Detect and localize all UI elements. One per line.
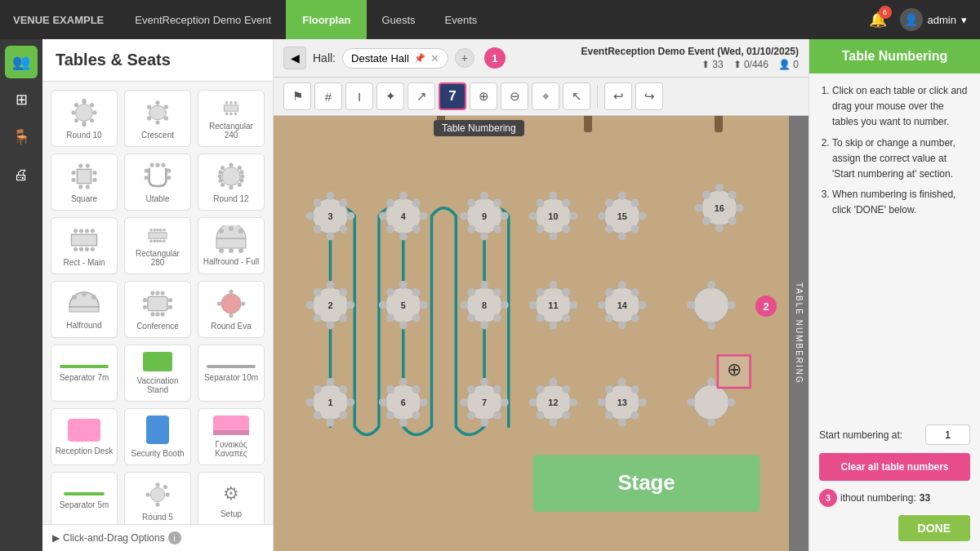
hall-back-btn[interactable]: ◀ <box>283 47 306 69</box>
svg-point-250 <box>549 419 557 427</box>
table-item-rect240[interactable]: Rectangular 240 <box>198 90 265 147</box>
toolbar-btn-numbering[interactable]: 7 <box>439 82 466 110</box>
sidebar-btn-print[interactable]: 🖨 <box>5 158 38 191</box>
svg-point-166 <box>728 217 737 225</box>
svg-point-92 <box>143 298 147 302</box>
nav-tab-events[interactable]: Events <box>430 0 492 39</box>
table-item-reception[interactable]: Reception Desk <box>51 408 118 465</box>
toolbar-btn-undo[interactable]: ↩ <box>604 82 632 110</box>
svg-point-37 <box>145 169 149 173</box>
table-item-security[interactable]: Security Booth <box>124 408 191 465</box>
table-label-round12: Round 12 <box>213 194 248 203</box>
svg-point-11 <box>149 105 167 119</box>
svg-point-14 <box>164 105 168 109</box>
svg-point-48 <box>220 183 225 187</box>
toolbar-btn-zoomin[interactable]: ⊕ <box>470 82 497 110</box>
svg-point-116 <box>339 225 347 233</box>
done-button[interactable]: DONE <box>898 515 970 541</box>
toolbar-btn-text[interactable]: I <box>345 82 373 110</box>
table-item-rect280[interactable]: Rectangular 280 <box>124 217 191 274</box>
hall-add-btn[interactable]: + <box>455 48 474 68</box>
svg-point-56 <box>79 229 83 233</box>
svg-point-65 <box>153 229 156 232</box>
click-drag-options[interactable]: ▶ ▶ Click-and-Drag Options ℹ Click-and-D… <box>42 524 273 551</box>
svg-point-79 <box>229 248 234 253</box>
svg-point-73 <box>163 239 166 242</box>
svg-point-10 <box>82 122 86 127</box>
svg-point-99 <box>217 301 221 305</box>
table-item-square[interactable]: Square <box>51 153 118 211</box>
toolbar-btn-fit[interactable]: ⌖ <box>532 82 559 110</box>
svg-point-219 <box>327 378 335 386</box>
sidebar-btn-grid[interactable]: ⊞ <box>5 83 38 116</box>
svg-point-184 <box>412 288 421 296</box>
hall-tab[interactable]: Destate Hall 📌 ✕ <box>342 48 448 69</box>
nav-tab-guests[interactable]: Guests <box>367 0 430 39</box>
svg-point-64 <box>149 229 153 232</box>
table-item-sep5[interactable]: Separator 5m <box>51 472 118 524</box>
toolbar: ⚑ # I ✦ ↗ 7 ⊕ ⊖ ⌖ ↖ ↩ ↪ Table Numbering <box>274 78 808 116</box>
toolbar-btn-zoomout[interactable]: ⊖ <box>501 82 528 110</box>
svg-point-163 <box>702 191 710 199</box>
tables-panel-header: Tables & Seats <box>42 39 273 82</box>
sidebar-btn-people[interactable]: 👥 <box>5 46 38 78</box>
svg-point-45 <box>240 174 244 178</box>
hall-tab-close-icon[interactable]: ✕ <box>430 52 439 64</box>
table-item-sofa[interactable]: Γυναικός Καναπές <box>198 408 265 465</box>
svg-point-39 <box>167 169 171 173</box>
svg-point-164 <box>728 191 737 199</box>
svg-point-152 <box>639 212 647 220</box>
svg-text:2: 2 <box>327 300 332 310</box>
nav-tab-event[interactable]: EventReception Demo Event <box>120 0 286 39</box>
toolbar-btn-arrow[interactable]: ↗ <box>408 82 435 110</box>
start-numbering-label: Start numbering at: <box>819 429 902 441</box>
user-menu[interactable]: 👤 admin ▾ <box>900 8 967 31</box>
toolbar-btn-redo[interactable]: ↪ <box>635 82 663 110</box>
table-item-round10[interactable]: Round 10 <box>51 90 118 147</box>
toolbar-btn-hash[interactable]: # <box>314 82 342 110</box>
svg-point-53 <box>239 179 243 183</box>
sidebar-btn-chair[interactable]: 🪑 <box>5 121 38 153</box>
table-item-conference[interactable]: Conference <box>124 281 191 338</box>
svg-point-224 <box>339 385 347 393</box>
table-item-utable[interactable]: Utable <box>124 153 191 211</box>
toolbar-btn-reset[interactable]: ↖ <box>563 82 590 110</box>
start-numbering-input[interactable] <box>925 424 970 445</box>
table-item-round12[interactable]: Round 12 <box>198 153 265 211</box>
table-item-setup[interactable]: ⚙ Setup <box>198 472 265 524</box>
toolbar-btn-select[interactable]: ✦ <box>376 82 404 110</box>
svg-point-112 <box>346 212 354 220</box>
table-item-sep7[interactable]: Separator 7m <box>51 344 118 402</box>
svg-point-90 <box>155 312 159 316</box>
svg-point-126 <box>412 225 421 233</box>
nav-tab-floorplan[interactable]: Floorplan <box>286 0 367 39</box>
svg-point-120 <box>399 232 408 240</box>
toolbar-btn-flag[interactable]: ⚑ <box>283 82 311 110</box>
svg-point-109 <box>327 192 335 200</box>
table-item-rectmain[interactable]: Rect - Main <box>51 217 118 274</box>
svg-point-199 <box>549 281 557 289</box>
svg-point-189 <box>480 281 488 289</box>
table-item-vacc[interactable]: Vaccination Stand <box>124 344 191 402</box>
floorplan-canvas[interactable]: 3 4 9 10 <box>274 116 808 551</box>
table-item-crescent[interactable]: Crescent <box>124 90 191 147</box>
svg-point-9 <box>82 99 86 103</box>
svg-point-255 <box>537 411 545 420</box>
clear-numbers-button[interactable]: Clear all table numbers <box>819 453 970 481</box>
table-item-halfround-full[interactable]: Halfround - Full <box>198 217 265 274</box>
tables-panel: Tables & Seats Round 10 Crescent Rectang… <box>42 39 274 551</box>
table-item-sep10[interactable]: Separator 10m <box>198 344 265 402</box>
svg-point-225 <box>314 411 322 420</box>
svg-point-31 <box>86 184 90 189</box>
info-icon: i <box>168 531 181 544</box>
svg-point-59 <box>74 247 78 251</box>
notification-bell[interactable]: 🔔 6 <box>869 11 887 29</box>
svg-point-174 <box>339 288 347 296</box>
svg-point-100 <box>241 301 245 305</box>
svg-text:13: 13 <box>617 398 627 407</box>
svg-point-161 <box>695 204 703 212</box>
table-item-roundeva[interactable]: Round Eva <box>198 281 265 338</box>
table-item-round5[interactable]: Round 5 <box>124 472 191 524</box>
svg-point-254 <box>562 385 570 393</box>
table-item-halfround[interactable]: Halfround <box>51 281 118 338</box>
